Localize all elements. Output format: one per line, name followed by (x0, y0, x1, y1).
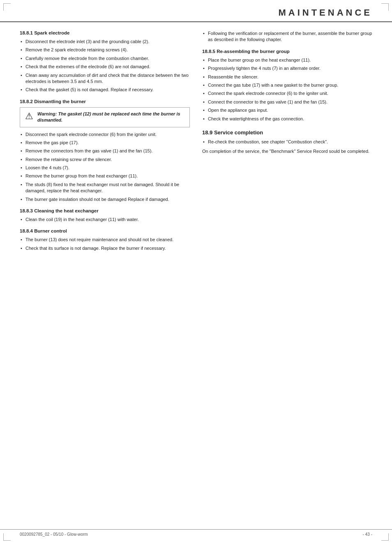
list-item: Check that its surface is not damage. Re… (20, 245, 190, 251)
list-item: The burner (13) does not require mainten… (20, 237, 190, 243)
list-item: Remove the connectors from the gas valve… (20, 148, 190, 154)
right-column: Following the verification or replacemen… (202, 30, 372, 255)
list-item: Clean away any accumulation of dirt and … (20, 72, 190, 85)
list-item: Following the verification or replacemen… (202, 30, 372, 43)
section-18-8-5-title: 18.8.5 Re-assembling the burner group (202, 49, 372, 54)
footer-left: 0020092785_02 - 05/10 - Glow-worm (20, 532, 88, 537)
list-item: Reassemble the silencer. (202, 74, 372, 80)
list-item: Progressively tighten the 4 nuts (7) in … (202, 65, 372, 71)
section-18-8-4-list: The burner (13) does not require mainten… (20, 237, 190, 251)
section-18-8-4-title: 18.8.4 Burner control (20, 228, 190, 233)
section-18-8-1-title: 18.8.1 Spark electrode (20, 30, 190, 35)
warning-box: ⚠ Warning: The gasket (12) must be repla… (20, 107, 190, 127)
list-item: Check the watertightness of the gas conn… (202, 116, 372, 122)
page-footer: 0020092785_02 - 05/10 - Glow-worm - 43 - (0, 529, 392, 537)
list-item: Remove the retaining screw of the silenc… (20, 157, 190, 163)
list-item: Connect the gas tube (17) with a new gas… (202, 82, 372, 88)
list-item: Disconnect the electrode inlet (3) and t… (20, 39, 190, 45)
list-item: Remove the burner group from the heat ex… (20, 173, 190, 179)
section-18-8-2-list: Disconnect the spark electrode connector… (20, 131, 190, 203)
section-18-8-1-list: Disconnect the electrode inlet (3) and t… (20, 39, 190, 93)
list-item: Check that the extremes of the electrode… (20, 64, 190, 70)
list-item: The burner gate insulation should not be… (20, 196, 190, 203)
footer-right: - 43 - (363, 532, 372, 537)
list-item: Connect the connector to the gas valve (… (202, 99, 372, 105)
section-continuation-list: Following the verification or replacemen… (202, 30, 372, 43)
list-item: Connect the spark electrode connector (6… (202, 90, 372, 97)
section-18-9-title: 18.9 Service completion (202, 129, 372, 136)
list-item: Check that the gasket (5) is not damaged… (20, 87, 190, 93)
corner-mark-tr (381, 3, 389, 11)
warning-icon: ⚠ (25, 112, 33, 121)
page-header: MAINTENANCE (0, 0, 392, 22)
left-column: 18.8.1 Spark electrode Disconnect the el… (20, 30, 190, 255)
corner-mark-tl (3, 3, 11, 11)
list-item: Remove the gas pipe (17). (20, 140, 190, 146)
list-item: Remove the 2 spark electrode retaining s… (20, 47, 190, 53)
section-18-8-2-title: 18.8.2 Dismantling the burner (20, 99, 190, 104)
list-item: Loosen the 4 nuts (7). (20, 165, 190, 171)
list-item: Clean the coil (19) in the heat exchange… (20, 217, 190, 223)
list-item: Re-check the combustion, see chapter "Co… (202, 139, 372, 145)
list-item: Place the burner group on the heat excha… (202, 57, 372, 63)
list-item: Open the appliance gas input. (202, 107, 372, 113)
section-18-9-paragraph: On completion of the service, the "Bench… (202, 148, 372, 154)
section-18-9-list: Re-check the combustion, see chapter "Co… (202, 139, 372, 145)
list-item: Disconnect the spark electrode connector… (20, 131, 190, 138)
page: MAINTENANCE 18.8.1 Spark electrode Disco… (0, 0, 392, 544)
list-item: Carefully remove the electrode from the … (20, 55, 190, 62)
section-18-8-3-title: 18.8.3 Cleaning the heat exchanger (20, 208, 190, 213)
section-18-8-3-list: Clean the coil (19) in the heat exchange… (20, 217, 190, 223)
page-title: MAINTENANCE (20, 7, 372, 18)
section-18-8-5-list: Place the burner group on the heat excha… (202, 57, 372, 122)
main-content: 18.8.1 Spark electrode Disconnect the el… (0, 22, 392, 271)
list-item: The studs (8) fixed to the heat exchange… (20, 182, 190, 194)
warning-text: Warning: The gasket (12) must be replace… (37, 111, 184, 124)
